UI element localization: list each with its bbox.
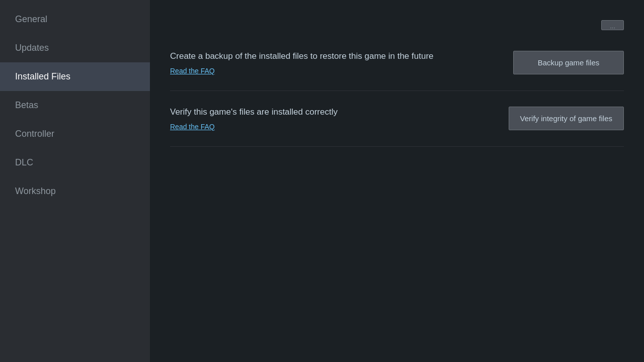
section-faq-link-verify[interactable]: Read the FAQ: [170, 123, 215, 131]
sidebar-item-updates[interactable]: Updates: [0, 34, 150, 62]
section-row-verify: Verify this game's files are installed c…: [170, 91, 624, 147]
sidebar-item-workshop[interactable]: Workshop: [0, 177, 150, 206]
sidebar-item-general[interactable]: General: [0, 5, 150, 34]
section-faq-link-backup[interactable]: Read the FAQ: [170, 67, 215, 75]
sidebar-item-controller[interactable]: Controller: [0, 120, 150, 148]
action-button-verify[interactable]: Verify integrity of game files: [509, 107, 624, 130]
sidebar: GeneralUpdatesInstalled FilesBetasContro…: [0, 0, 150, 362]
section-row-backup: Create a backup of the installed files t…: [170, 35, 624, 91]
sidebar-item-installed-files[interactable]: Installed Files: [0, 62, 150, 91]
section-description-verify: Verify this game's files are installed c…: [170, 106, 489, 118]
section-text-verify: Verify this game's files are installed c…: [170, 106, 509, 131]
sidebar-item-dlc[interactable]: DLC: [0, 148, 150, 177]
section-text-backup: Create a backup of the installed files t…: [170, 50, 513, 75]
sidebar-item-betas[interactable]: Betas: [0, 91, 150, 120]
action-button-backup[interactable]: Backup game files: [513, 51, 624, 74]
main-content: ··· Create a backup of the installed fil…: [150, 0, 644, 362]
section-description-backup: Create a backup of the installed files t…: [170, 50, 493, 62]
header-menu-button[interactable]: ···: [601, 20, 624, 30]
header-area: ···: [170, 20, 624, 30]
